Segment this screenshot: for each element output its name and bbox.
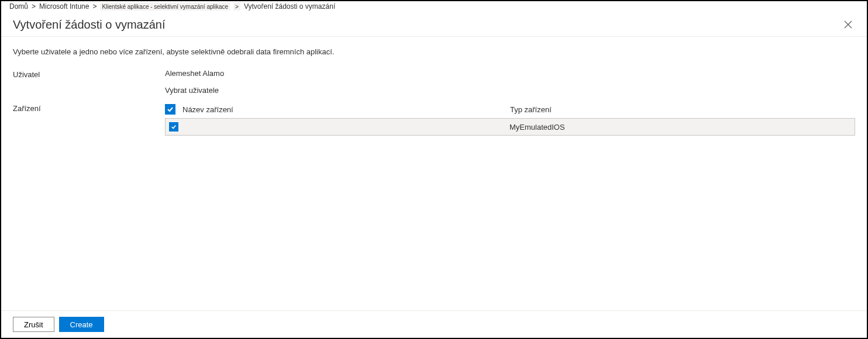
cancel-button[interactable]: Zrušit: [13, 317, 54, 332]
footer: Zrušit Create: [1, 310, 867, 338]
row-device-type: MyEmulatedIOS: [509, 123, 851, 132]
device-label: Zařízení: [13, 103, 165, 113]
column-header-type[interactable]: Typ zařízení: [510, 105, 855, 114]
row-checkbox[interactable]: [169, 122, 178, 132]
table-row[interactable]: MyEmulatedIOS: [165, 118, 855, 136]
description-text: Vyberte uživatele a jedno nebo více zaří…: [13, 47, 855, 56]
select-all-checkbox[interactable]: [165, 104, 175, 115]
user-label: Uživatel: [13, 69, 165, 79]
select-user-link[interactable]: Vybrat uživatele: [165, 86, 855, 95]
breadcrumb-sep: >: [233, 3, 240, 11]
user-name-value: Alemeshet Alamo: [165, 69, 855, 78]
breadcrumb-intune[interactable]: Microsoft Intune: [39, 2, 89, 11]
check-icon: [171, 124, 177, 130]
column-header-name[interactable]: Název zařízení: [182, 105, 510, 114]
page-title: Vytvoření žádosti o vymazání: [13, 18, 166, 32]
device-table-header: Název zařízení Typ zařízení: [165, 103, 855, 118]
breadcrumb-current: Vytvoření žádosti o vymazání: [244, 2, 335, 11]
close-button[interactable]: [841, 18, 855, 32]
close-icon: [844, 20, 852, 29]
breadcrumb-home[interactable]: Domů: [9, 2, 28, 11]
check-icon: [167, 106, 174, 113]
breadcrumb-apps[interactable]: Klientské aplikace - selektivní vymazání…: [100, 3, 230, 11]
create-button[interactable]: Create: [59, 317, 104, 332]
breadcrumb-sep: >: [32, 2, 36, 11]
breadcrumb-sep: >: [92, 2, 97, 11]
breadcrumb: Domů > Microsoft Intune > Klientské apli…: [1, 1, 867, 12]
